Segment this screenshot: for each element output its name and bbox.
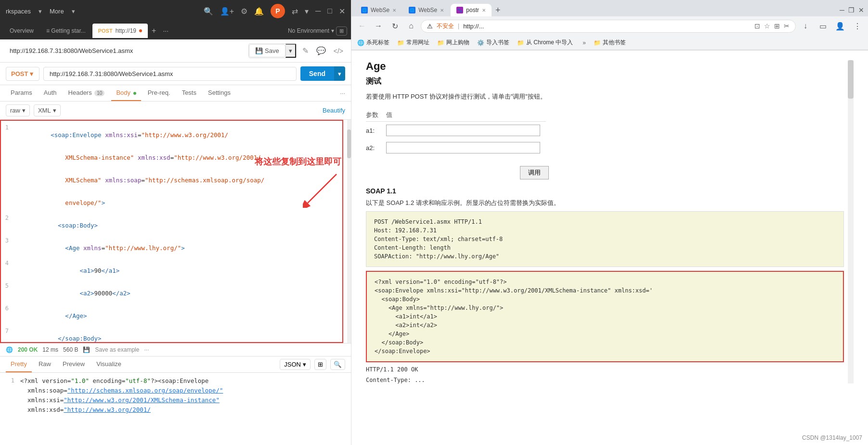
bookmark-more[interactable]: »	[579, 38, 588, 47]
code-line-3: 3 <Age xmlns="http://www.lhy.org/">	[0, 237, 351, 259]
response-search-btn[interactable]: 🔍	[330, 359, 345, 370]
bookmark-from-chrome[interactable]: 📁 从 Chrome 中导入	[515, 38, 575, 48]
browser-tab-close-2[interactable]: ✕	[440, 8, 444, 13]
bookmark-folder-icon-4: 📁	[594, 39, 601, 46]
tab-headers[interactable]: Headers 10	[64, 85, 110, 101]
save-dropdown-btn[interactable]: ▾	[285, 44, 296, 58]
bookmark-others[interactable]: 📁 其他书签	[592, 38, 628, 48]
tab-getting-started[interactable]: ≡ Getting star...	[40, 24, 91, 38]
close-btn[interactable]: ✕	[339, 7, 345, 16]
code-icon-btn[interactable]: </>	[332, 45, 345, 57]
response-tab-pretty[interactable]: Pretty	[6, 356, 32, 372]
browser-tab-3[interactable]: 🐾 postr ✕	[451, 4, 492, 16]
code-editor[interactable]: 1 <soap:Envelope xmlns:xsi="http://www.w…	[0, 120, 351, 343]
params-tabs: Params Auth Headers 10 Body Pre-req. Tes…	[0, 85, 351, 102]
send-button[interactable]: Send	[300, 66, 334, 81]
save-as-example[interactable]: Save as example	[95, 346, 139, 353]
forward-btn[interactable]: →	[372, 19, 385, 33]
profile-icon[interactable]: 👤	[833, 19, 847, 33]
more-chevron[interactable]: ▾	[72, 8, 75, 15]
url-input[interactable]	[43, 67, 297, 81]
format-xml-select[interactable]: XML ▾	[34, 104, 61, 116]
window-restore-btn[interactable]: ❐	[848, 6, 855, 14]
minimize-btn[interactable]: ─	[315, 7, 321, 15]
tab-params[interactable]: Params	[6, 85, 37, 101]
menu-icon[interactable]: ⋮	[851, 19, 864, 33]
sidebar-icon[interactable]: ▭	[816, 19, 829, 33]
address-bar[interactable]: ⚠ 不安全 | http://... ⊡ ☆ ⊞ ✂	[421, 20, 796, 33]
add-user-icon[interactable]: 👤+	[220, 7, 234, 16]
crop-icon[interactable]: ✂	[784, 22, 790, 30]
browser-tab-1[interactable]: 🌐 WebSe ✕	[355, 4, 402, 16]
tab-prereq[interactable]: Pre-req.	[143, 85, 175, 101]
page-scrollbar[interactable]	[848, 60, 854, 383]
workspace-chevron[interactable]: ▾	[39, 8, 42, 15]
code-scrollbar[interactable]	[347, 120, 351, 343]
response-copy-btn[interactable]: ⊞	[314, 359, 326, 370]
home-btn[interactable]: ⌂	[404, 19, 418, 33]
response-tab-visualize[interactable]: Visualize	[91, 356, 126, 372]
line-content-1d: envelope/">	[14, 192, 105, 214]
tab-auth[interactable]: Auth	[39, 85, 62, 101]
bookmark-import[interactable]: ⚙️ 导入书签	[475, 38, 511, 48]
params-tabs-more[interactable]: ···	[340, 89, 345, 97]
tab-more-btn[interactable]: ···	[160, 27, 171, 35]
more-label[interactable]: More	[50, 8, 64, 15]
soap11-code: POST /WebService1.asmx HTTP/1.1 Host: 19…	[366, 211, 844, 267]
bookmark-star-icon[interactable]: ☆	[764, 22, 770, 30]
page-scrollbar-thumb[interactable]	[848, 60, 854, 99]
window-close-btn[interactable]: ✕	[858, 6, 864, 14]
tab-settings[interactable]: Settings	[203, 85, 235, 101]
send-label: Send	[309, 70, 325, 77]
response-tab-raw[interactable]: Raw	[34, 356, 56, 372]
response-format-select[interactable]: JSON ▾	[280, 359, 311, 370]
format-raw-select[interactable]: raw ▾	[6, 104, 30, 116]
status-globe-icon: 🌐	[6, 346, 13, 353]
response-tab-preview[interactable]: Preview	[58, 356, 90, 372]
code-scrollbar-thumb[interactable]	[347, 129, 351, 158]
sync-icon[interactable]: ⇄	[292, 7, 298, 16]
browser-tab-add[interactable]: +	[492, 5, 504, 15]
tab-overview[interactable]: Overview	[4, 24, 39, 38]
tab-tests[interactable]: Tests	[177, 85, 201, 101]
notifications-icon[interactable]: 🔔	[254, 7, 264, 16]
bookmark-shopping[interactable]: 📁 网上购物	[435, 38, 471, 48]
beautify-button[interactable]: Beautify	[323, 107, 345, 114]
tab-add-btn[interactable]: +	[149, 26, 159, 35]
browser-tab-close-1[interactable]: ✕	[392, 8, 396, 13]
status-more-icon[interactable]: ···	[144, 346, 149, 353]
settings-icon[interactable]: ⚙	[241, 7, 247, 16]
param-input-a2[interactable]	[386, 142, 540, 153]
tab-request[interactable]: POST http://19	[92, 24, 148, 38]
send-dropdown-btn[interactable]: ▾	[334, 66, 345, 81]
param-input-a1[interactable]	[386, 125, 540, 136]
zoom-icon[interactable]: ⊞	[774, 22, 780, 30]
tab-overview-label: Overview	[10, 27, 34, 34]
tab-body-label: Body	[116, 89, 136, 96]
env-label: No Environment	[288, 27, 329, 34]
search-icon[interactable]: 🔍	[204, 7, 213, 16]
bookmark-kill-tab[interactable]: 🌐 杀死标签	[355, 38, 391, 48]
edit-icon-btn[interactable]: ✎	[300, 44, 311, 57]
browser-tab-close-3[interactable]: ✕	[482, 8, 486, 13]
line-num-7: 7	[0, 328, 14, 334]
refresh-btn[interactable]: ↻	[388, 19, 402, 33]
save-button[interactable]: 💾 Save	[249, 44, 285, 57]
maximize-btn[interactable]: □	[327, 7, 332, 15]
account-chevron[interactable]: ▾	[305, 7, 309, 16]
method-select[interactable]: POST ▾	[6, 67, 39, 81]
env-icon-btn[interactable]: ⊞	[336, 26, 347, 36]
bookmark-from-chrome-label: 从 Chrome 中导入	[526, 38, 573, 47]
comment-icon-btn[interactable]: 💬	[314, 44, 328, 57]
tab-body[interactable]: Body	[111, 85, 141, 101]
window-minimize-btn[interactable]: ─	[840, 6, 844, 14]
back-btn[interactable]: ←	[355, 19, 369, 33]
tab-method-label: POST	[98, 28, 113, 34]
resp-line-content-1: <?xml version="1.0" encoding="utf-8"?><s…	[20, 377, 208, 384]
invoke-button[interactable]: 调用	[520, 166, 549, 179]
download-icon[interactable]: ↓	[799, 19, 812, 33]
env-selector[interactable]: No Environment ▾ ⊞	[288, 26, 347, 36]
cast-icon[interactable]: ⊡	[754, 22, 760, 30]
browser-tab-2[interactable]: 🌐 WebSe ✕	[403, 4, 450, 16]
bookmark-common-sites[interactable]: 📁 常用网址	[395, 38, 431, 48]
